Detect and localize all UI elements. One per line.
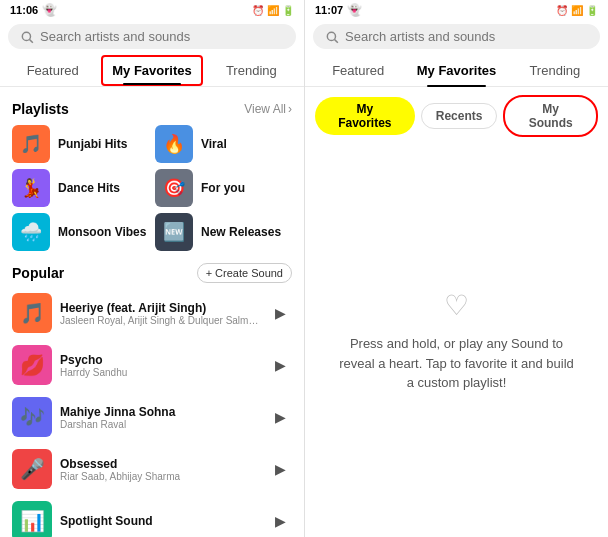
playlist-thumb-2: 💃 — [12, 169, 50, 207]
sub-tab-my-favorites[interactable]: My Favorites — [315, 97, 415, 135]
search-icon-left — [20, 30, 34, 44]
playlist-thumb-5: 🆕 — [155, 213, 193, 251]
playlists-header: Playlists View All › — [0, 95, 304, 121]
status-bar-right: 11:07 👻 ⏰ 📶 🔋 — [305, 0, 608, 20]
tab-trending-right[interactable]: Trending — [506, 55, 604, 86]
search-bar-left[interactable] — [8, 24, 296, 49]
playlist-name-2: Dance Hits — [58, 181, 120, 195]
song-thumb-3: 🎤 — [12, 449, 52, 489]
song-thumb-4: 📊 — [12, 501, 52, 537]
song-item-2[interactable]: 🎶 Mahiye Jinna Sohna Darshan Raval ▶ — [0, 391, 304, 443]
svg-point-2 — [327, 32, 335, 40]
playlists-title: Playlists — [12, 101, 69, 117]
status-bar-left: 11:06 👻 ⏰ 📶 🔋 — [0, 0, 304, 20]
playlist-name-4: Monsoon Vibes — [58, 225, 146, 239]
song-artist-3: Riar Saab, Abhijay Sharma — [60, 471, 260, 482]
list-item[interactable]: 🔥 Viral — [155, 125, 292, 163]
playlist-thumb-3: 🎯 — [155, 169, 193, 207]
play-button-1[interactable]: ▶ — [268, 353, 292, 377]
alarm-icon-right: ⏰ — [556, 5, 568, 16]
playlist-thumb-0: 🎵 — [12, 125, 50, 163]
popular-header: Popular + Create Sound — [0, 255, 304, 287]
list-item[interactable]: 🌧️ Monsoon Vibes — [12, 213, 149, 251]
search-input-right[interactable] — [345, 29, 588, 44]
tab-featured-right[interactable]: Featured — [309, 55, 407, 86]
song-artist-1: Harrdy Sandhu — [60, 367, 260, 378]
playlist-thumb-4: 🌧️ — [12, 213, 50, 251]
empty-state: ♡ Press and hold, or play any Sound to r… — [305, 145, 608, 537]
song-item-0[interactable]: 🎵 Heeriye (feat. Arijit Singh) Jasleen R… — [0, 287, 304, 339]
heart-icon: ♡ — [444, 289, 469, 322]
popular-title: Popular — [12, 265, 64, 281]
song-title-1: Psycho — [60, 353, 260, 367]
signal-icon: 📶 — [267, 5, 279, 16]
play-button-4[interactable]: ▶ — [268, 509, 292, 533]
tabs-right: Featured My Favorites Trending — [305, 55, 608, 87]
left-panel: 11:06 👻 ⏰ 📶 🔋 Featured My Favorites Tren… — [0, 0, 304, 537]
song-thumb-0: 🎵 — [12, 293, 52, 333]
playlist-name-1: Viral — [201, 137, 227, 151]
search-bar-right[interactable] — [313, 24, 600, 49]
alarm-icon: ⏰ — [252, 5, 264, 16]
song-title-2: Mahiye Jinna Sohna — [60, 405, 260, 419]
snapchat-icon: 👻 — [42, 3, 57, 17]
song-title-0: Heeriye (feat. Arijit Singh) — [60, 301, 260, 315]
svg-line-1 — [30, 39, 33, 42]
signal-icon-right: 📶 — [571, 5, 583, 16]
list-item[interactable]: 🎵 Punjabi Hits — [12, 125, 149, 163]
svg-point-0 — [22, 32, 30, 40]
song-item-4[interactable]: 📊 Spotlight Sound ▶ — [0, 495, 304, 537]
list-item[interactable]: 🆕 New Releases — [155, 213, 292, 251]
sub-tabs: My Favorites Recents My Sounds — [305, 87, 608, 145]
song-item-3[interactable]: 🎤 Obsessed Riar Saab, Abhijay Sharma ▶ — [0, 443, 304, 495]
song-item-1[interactable]: 💋 Psycho Harrdy Sandhu ▶ — [0, 339, 304, 391]
playlist-thumb-1: 🔥 — [155, 125, 193, 163]
tab-my-favorites-right[interactable]: My Favorites — [407, 55, 505, 86]
tabs-left: Featured My Favorites Trending — [0, 55, 304, 87]
search-input-left[interactable] — [40, 29, 284, 44]
search-icon-right — [325, 30, 339, 44]
list-item[interactable]: 💃 Dance Hits — [12, 169, 149, 207]
snapchat-icon-right: 👻 — [347, 3, 362, 17]
song-thumb-2: 🎶 — [12, 397, 52, 437]
battery-icon-right: 🔋 — [586, 5, 598, 16]
play-button-0[interactable]: ▶ — [268, 301, 292, 325]
play-button-3[interactable]: ▶ — [268, 457, 292, 481]
right-panel: 11:07 👻 ⏰ 📶 🔋 Featured My Favorites Tren… — [304, 0, 608, 537]
sub-tab-my-sounds[interactable]: My Sounds — [503, 95, 598, 137]
song-title-3: Obsessed — [60, 457, 260, 471]
sub-tab-recents[interactable]: Recents — [421, 103, 498, 129]
tab-featured-left[interactable]: Featured — [4, 55, 101, 86]
time-left: 11:06 — [10, 4, 38, 16]
song-artist-0: Jasleen Royal, Arijit Singh & Dulquer Sa… — [60, 315, 260, 326]
playlist-grid: 🎵 Punjabi Hits 🔥 Viral 💃 Dance Hits 🎯 Fo… — [0, 121, 304, 255]
battery-icon: 🔋 — [282, 5, 294, 16]
song-thumb-1: 💋 — [12, 345, 52, 385]
svg-line-3 — [335, 39, 338, 42]
tab-my-favorites-left[interactable]: My Favorites — [101, 55, 202, 86]
song-title-4: Spotlight Sound — [60, 514, 260, 528]
play-button-2[interactable]: ▶ — [268, 405, 292, 429]
list-item[interactable]: 🎯 For you — [155, 169, 292, 207]
tab-trending-left[interactable]: Trending — [203, 55, 300, 86]
playlist-name-0: Punjabi Hits — [58, 137, 127, 151]
create-sound-button[interactable]: + Create Sound — [197, 263, 292, 283]
time-right: 11:07 — [315, 4, 343, 16]
song-artist-2: Darshan Raval — [60, 419, 260, 430]
empty-state-text: Press and hold, or play any Sound to rev… — [335, 334, 578, 393]
playlist-name-5: New Releases — [201, 225, 281, 239]
left-panel-content: Playlists View All › 🎵 Punjabi Hits 🔥 Vi… — [0, 87, 304, 537]
playlist-name-3: For you — [201, 181, 245, 195]
view-all-btn[interactable]: View All › — [244, 102, 292, 116]
